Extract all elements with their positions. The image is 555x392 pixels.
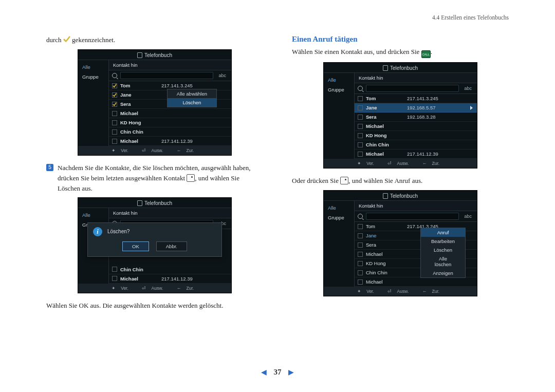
contact-name: Michael [366, 251, 407, 257]
contact-name: KD Hong [120, 120, 161, 125]
tab-group[interactable]: Gruppe [324, 213, 354, 222]
cancel-button[interactable]: Abbr. [156, 241, 187, 251]
checkbox[interactable] [358, 115, 363, 120]
intro-suffix: gekennzeichnet. [72, 36, 115, 44]
checkbox[interactable] [112, 276, 117, 281]
column-header: Kontakt hin [109, 208, 231, 218]
contact-row[interactable]: Michael [355, 122, 477, 131]
checkbox[interactable] [358, 252, 363, 257]
contact-name: Michael [120, 276, 161, 282]
checkbox[interactable] [358, 279, 363, 285]
contact-name: Michael [120, 138, 161, 144]
checkbox[interactable] [112, 139, 117, 144]
search-row[interactable]: abc [355, 211, 477, 222]
step-badge: 5 [46, 164, 53, 171]
screenshot-delete-select: Telefonbuch Alle Gruppe Kontakt hin abc [46, 49, 263, 156]
contact-row[interactable]: Michael217.141.12.39 [109, 274, 231, 284]
checkbox[interactable] [112, 267, 117, 272]
intro-line: durch gekennzeichnet. [46, 35, 263, 45]
contact-row[interactable]: KD Hong [355, 131, 477, 140]
ok-button[interactable]: OK [122, 241, 149, 251]
menu-delete-all[interactable]: Alle löschen [421, 254, 465, 269]
checkbox[interactable] [358, 105, 363, 110]
checkbox[interactable] [358, 224, 363, 229]
checkbox[interactable] [358, 133, 363, 138]
contact-name: Jane [366, 233, 407, 238]
call-key-icon: CALL [421, 50, 431, 58]
section-heading: Einen Anruf tätigen [292, 35, 509, 44]
checkbox[interactable] [112, 83, 117, 88]
contact-row[interactable]: Jane192.168.5.57 [355, 103, 477, 113]
checkbox[interactable] [358, 270, 363, 275]
input-mode: abc [216, 73, 228, 78]
menu-deselect-all[interactable]: Alle abwählen [168, 89, 216, 98]
menu-delete[interactable]: Löschen [168, 98, 216, 107]
tab-all[interactable]: Alle [78, 210, 108, 220]
context-menu[interactable]: Anruf Bearbeiten Löschen Alle löschen An… [420, 228, 466, 278]
search-icon [358, 214, 363, 219]
search-row[interactable]: abc [355, 83, 477, 94]
window-title: Telefonbuch [324, 191, 477, 200]
contact-name: Chin Chin [120, 129, 161, 135]
contact-row[interactable]: Michael217.141.12.39 [355, 150, 477, 159]
context-menu[interactable]: Alle abwählen Löschen [167, 89, 217, 107]
contact-ip: 192.168.3.28 [407, 114, 474, 120]
contact-row[interactable]: Michael [109, 109, 231, 118]
checkbox[interactable] [112, 129, 117, 135]
checkbox[interactable] [358, 124, 363, 129]
tab-all[interactable]: Alle [78, 62, 108, 72]
contact-name: Chin Chin [120, 267, 161, 272]
menu-delete[interactable]: Löschen [421, 246, 465, 254]
checkbox[interactable] [112, 92, 117, 98]
step-text-b-post: , und wählen Sie [195, 174, 239, 182]
chevron-right-icon [470, 106, 473, 110]
footer-bar: ✦ Ver. ⏎ Ausw. ← Zur. [324, 159, 477, 168]
column-header: Kontakt hin [109, 60, 231, 70]
search-input[interactable] [120, 72, 213, 79]
contact-name: Michael [366, 123, 407, 129]
menu-view[interactable]: Anzeigen [421, 269, 465, 277]
tab-all[interactable]: Alle [324, 75, 354, 85]
checkbox[interactable] [358, 261, 363, 266]
prev-page-icon[interactable]: ◀ [261, 368, 267, 376]
contact-ip: 217.141.3.245 [161, 83, 228, 88]
contact-name: Tom [366, 223, 407, 229]
window-title: Telefonbuch [78, 198, 231, 208]
contact-row[interactable]: Chin Chin [109, 127, 231, 137]
contact-row[interactable]: Michael [355, 277, 477, 287]
p1: Wählen Sie einen Kontakt aus, und drücke… [292, 47, 509, 58]
checkbox[interactable] [358, 96, 363, 101]
options-key-icon [340, 177, 348, 184]
checkbox[interactable] [358, 152, 363, 157]
dialog-message: Löschen? [107, 229, 130, 234]
contact-row[interactable]: Chin Chin [109, 265, 231, 274]
contact-row[interactable]: Michael217.141.12.39 [109, 137, 231, 146]
contact-name: Sera [366, 242, 407, 248]
next-page-icon[interactable]: ▶ [288, 368, 294, 376]
contact-name: Michael [366, 151, 407, 157]
tab-group[interactable]: Gruppe [324, 85, 354, 95]
header-section: 4.4 Erstellen eines Telefonbuchs [432, 14, 509, 21]
menu-call[interactable]: Anruf [421, 228, 465, 237]
checkbox[interactable] [112, 111, 117, 116]
contact-row[interactable]: Chin Chin [355, 140, 477, 150]
contact-ip: 217.141.12.39 [161, 138, 228, 144]
phonebook-icon [383, 193, 388, 199]
tab-group[interactable]: Gruppe [78, 72, 108, 82]
menu-edit[interactable]: Bearbeiten [421, 237, 465, 246]
checkbox[interactable] [112, 102, 117, 107]
search-row[interactable]: abc [109, 70, 231, 81]
contact-row[interactable]: Tom217.141.3.245 [355, 94, 477, 103]
search-input[interactable] [366, 85, 459, 92]
checkbox[interactable] [358, 142, 363, 147]
contact-row[interactable]: KD Hong [109, 118, 231, 127]
tab-all[interactable]: Alle [324, 203, 354, 213]
contact-name: KD Hong [366, 260, 407, 266]
contact-row[interactable]: Sera192.168.3.28 [355, 113, 477, 122]
checkbox[interactable] [112, 120, 117, 125]
search-input[interactable] [366, 213, 459, 220]
contact-name: Tom [366, 96, 407, 101]
checkbox[interactable] [358, 233, 363, 238]
checkbox[interactable] [358, 242, 363, 248]
column-header: Kontakt hin [355, 73, 477, 83]
